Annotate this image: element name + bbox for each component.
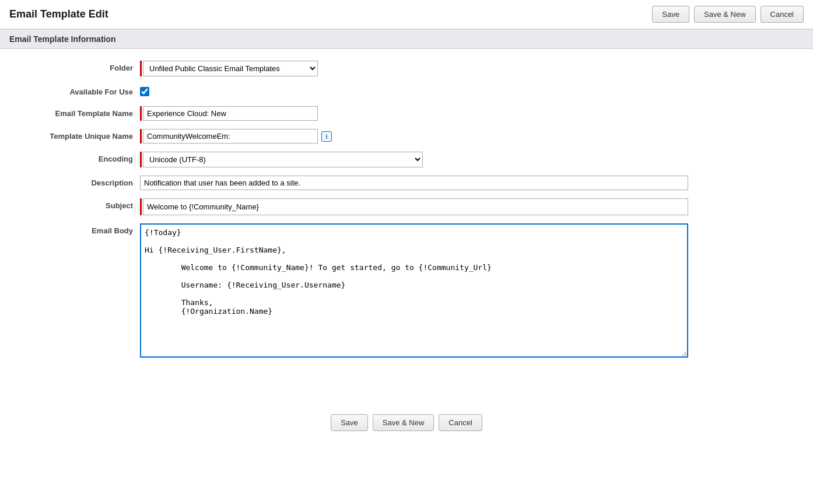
available-for-use-checkbox[interactable] [140, 87, 149, 96]
folder-select[interactable]: Unfiled Public Classic Email Templates [143, 61, 318, 76]
email-template-name-label: Email Template Name [12, 106, 140, 118]
encoding-required-wrap: Unicode (UTF-8) [140, 152, 688, 167]
template-unique-name-label: Template Unique Name [12, 129, 140, 141]
unique-name-required-wrap [140, 129, 318, 144]
available-for-use-control [140, 85, 688, 98]
email-template-name-required-wrap [140, 106, 688, 121]
save-button-bottom[interactable]: Save [331, 414, 368, 431]
bottom-buttons-area: Save Save & New Cancel [0, 402, 813, 449]
description-control [140, 176, 688, 190]
unique-name-wrapper: i [140, 129, 688, 144]
folder-control: Unfiled Public Classic Email Templates [140, 61, 688, 76]
description-label: Description [12, 176, 140, 187]
email-template-name-control [140, 106, 688, 121]
email-body-control: {!Today} Hi {!Receiving_User.FirstName},… [140, 223, 688, 359]
email-body-row: Email Body {!Today} Hi {!Receiving_User.… [0, 223, 813, 359]
save-new-button-bottom[interactable]: Save & New [373, 414, 434, 431]
email-template-name-row: Email Template Name [0, 106, 813, 121]
top-header: Email Template Edit Save Save & New Canc… [0, 0, 813, 29]
save-new-button-top[interactable]: Save & New [694, 6, 756, 23]
page-title: Email Template Edit [9, 8, 108, 20]
cancel-button-bottom[interactable]: Cancel [439, 414, 482, 431]
email-template-name-input[interactable] [143, 106, 318, 121]
header-buttons: Save Save & New Cancel [652, 6, 804, 23]
cancel-button-top[interactable]: Cancel [761, 6, 804, 23]
section-header: Email Template Information [0, 29, 813, 49]
encoding-select[interactable]: Unicode (UTF-8) [143, 152, 423, 167]
available-for-use-label: Available For Use [12, 85, 140, 96]
encoding-control: Unicode (UTF-8) [140, 152, 688, 167]
folder-label: Folder [12, 61, 140, 72]
page-wrapper: Email Template Edit Save Save & New Canc… [0, 0, 813, 504]
available-for-use-row: Available For Use [0, 85, 813, 98]
template-unique-name-control: i [140, 129, 688, 144]
subject-row: Subject [0, 198, 813, 215]
save-button-top[interactable]: Save [652, 6, 689, 23]
template-unique-name-input[interactable] [143, 129, 318, 144]
section-title: Email Template Information [9, 34, 116, 44]
description-input[interactable] [140, 176, 688, 190]
template-unique-name-row: Template Unique Name i [0, 129, 813, 144]
encoding-label: Encoding [12, 152, 140, 163]
info-icon[interactable]: i [321, 131, 332, 142]
email-body-label: Email Body [12, 223, 140, 235]
encoding-row: Encoding Unicode (UTF-8) [0, 152, 813, 167]
subject-required-wrap [140, 198, 688, 215]
subject-label: Subject [12, 198, 140, 210]
description-row: Description [0, 176, 813, 190]
folder-row: Folder Unfiled Public Classic Email Temp… [0, 61, 813, 76]
form-area: Folder Unfiled Public Classic Email Temp… [0, 49, 813, 379]
folder-required-wrap: Unfiled Public Classic Email Templates [140, 61, 688, 76]
subject-control [140, 198, 688, 215]
subject-input[interactable] [143, 198, 688, 215]
email-body-textarea[interactable]: {!Today} Hi {!Receiving_User.FirstName},… [140, 223, 688, 358]
